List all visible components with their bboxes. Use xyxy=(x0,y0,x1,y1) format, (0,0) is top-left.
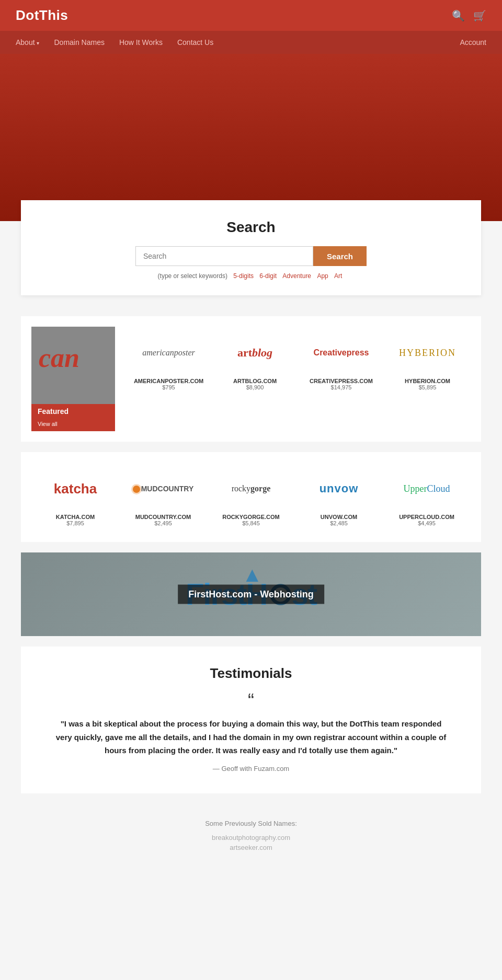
second-row-section: katcha KATCHA.COM $7,895 MUDCOUNTRY MUDC… xyxy=(21,452,481,542)
domain-name-rockygorge: ROCKYGORGE.COM xyxy=(222,514,279,520)
domain-name-hyberion: HYBERION.COM xyxy=(405,378,450,384)
domain-name-creativepress: CREATIVEPRESS.COM xyxy=(310,378,373,384)
domain-price-katcha: $7,895 xyxy=(66,520,84,526)
domain-logo-rockygorge: rockygorge xyxy=(232,468,271,510)
ad-banner[interactable]: ▲ FirstH⊙st FirstHost.com - Webhosting xyxy=(21,552,481,636)
sold-domain-breakout[interactable]: breakoutphotography.com xyxy=(21,834,481,841)
search-section: Search Search (type or select keywords) … xyxy=(21,200,481,295)
domain-price-mudcountry: $2,495 xyxy=(154,520,172,526)
featured-section: can Featured View all americanposter AME… xyxy=(21,316,481,442)
domain-name-unvow: UNVOW.COM xyxy=(321,514,357,520)
ad-overlay-text: FirstHost.com - Webhosting xyxy=(178,585,324,604)
site-title: DotThis xyxy=(16,7,68,24)
testimonials-section: Testimonials “ "I was a bit skeptical ab… xyxy=(21,647,481,793)
domain-card-katcha[interactable]: katcha KATCHA.COM $7,895 xyxy=(31,463,119,532)
featured-view-all[interactable]: View all xyxy=(31,419,115,431)
nav-about[interactable]: About ▾ xyxy=(16,38,39,47)
nav-how-it-works[interactable]: How It Works xyxy=(119,38,163,47)
sold-domain-artseeker[interactable]: artseeker.com xyxy=(21,844,481,851)
search-input[interactable] xyxy=(135,246,313,266)
domain-price-rockygorge: $5,845 xyxy=(242,520,260,526)
domain-logo-mudcountry: MUDCOUNTRY xyxy=(133,468,194,510)
domain-logo-unvow: unvow xyxy=(320,468,359,510)
testimonial-author: — Geoff with Fuzam.com xyxy=(52,765,450,773)
testimonial-text: "I was a bit skeptical about the process… xyxy=(52,717,450,757)
header-icons: 🔍 🛒 xyxy=(452,9,486,22)
featured-grid: can Featured View all americanposter AME… xyxy=(31,327,471,431)
featured-hero-tile[interactable]: can Featured View all xyxy=(31,327,115,431)
domain-logo-creativepress: Creativepress xyxy=(314,332,369,374)
keyword-art[interactable]: Art xyxy=(334,272,342,280)
quote-mark: “ xyxy=(52,690,450,712)
domain-card-unvow[interactable]: unvow UNVOW.COM $2,485 xyxy=(295,463,383,532)
second-row-grid: katcha KATCHA.COM $7,895 MUDCOUNTRY MUDC… xyxy=(31,463,471,532)
keyword-adventure[interactable]: Adventure xyxy=(282,272,311,280)
domain-price-americanposter: $795 xyxy=(162,384,175,390)
domain-logo-americanposter: americanposter xyxy=(142,332,195,374)
top-header: DotThis 🔍 🛒 xyxy=(0,0,502,31)
search-button[interactable]: Search xyxy=(313,246,367,266)
domain-name-mudcountry: MUDCOUNTRY.COM xyxy=(135,514,191,520)
testimonials-title: Testimonials xyxy=(52,665,450,682)
nav-bar: About ▾ Domain Names How It Works Contac… xyxy=(0,31,502,54)
domain-price-uppercloud: $4,495 xyxy=(418,520,436,526)
domain-logo-hyberion: HYBERION xyxy=(399,332,456,374)
domain-price-artblog: $8,900 xyxy=(246,384,264,390)
domain-logo-artblog: artblog xyxy=(237,332,272,374)
search-title: Search xyxy=(42,219,460,236)
nav-links: About ▾ Domain Names How It Works Contac… xyxy=(16,38,213,47)
featured-badge: Featured xyxy=(31,404,115,419)
search-icon[interactable]: 🔍 xyxy=(452,9,465,22)
domain-card-hyberion[interactable]: HYBERION HYBERION.COM $5,895 xyxy=(384,327,471,396)
nav-domain-names[interactable]: Domain Names xyxy=(54,38,104,47)
domain-logo-uppercloud: UpperCloud xyxy=(404,468,450,510)
search-row: Search xyxy=(42,246,460,266)
domain-card-creativepress[interactable]: Creativepress CREATIVEPRESS.COM $14,975 xyxy=(298,327,384,396)
keyword-5digits[interactable]: 5-digits xyxy=(233,272,254,280)
domain-card-uppercloud[interactable]: UpperCloud UPPERCLOUD.COM $4,495 xyxy=(383,463,471,532)
domain-card-americanposter[interactable]: americanposter AMERICANPOSTER.COM $795 xyxy=(126,327,212,396)
domain-price-creativepress: $14,975 xyxy=(331,384,352,390)
domain-name-artblog: ARTBLOG.COM xyxy=(233,378,277,384)
domain-name-americanposter: AMERICANPOSTER.COM xyxy=(134,378,203,384)
domain-card-rockygorge[interactable]: rockygorge ROCKYGORGE.COM $5,845 xyxy=(207,463,295,532)
domain-card-mudcountry[interactable]: MUDCOUNTRY MUDCOUNTRY.COM $2,495 xyxy=(119,463,207,532)
domain-name-katcha: KATCHA.COM xyxy=(56,514,95,520)
search-keywords: (type or select keywords) 5-digits 6-dig… xyxy=(42,272,460,280)
cart-icon[interactable]: 🛒 xyxy=(473,9,486,22)
domain-card-artblog[interactable]: artblog ARTBLOG.COM $8,900 xyxy=(212,327,298,396)
keyword-6digit[interactable]: 6-digit xyxy=(259,272,277,280)
featured-hero-text: can xyxy=(39,342,79,373)
previously-sold-title: Some Previously Sold Names: xyxy=(21,820,481,827)
keywords-prefix: (type or select keywords) xyxy=(158,272,227,280)
domain-price-hyberion: $5,895 xyxy=(419,384,437,390)
previously-sold-section: Some Previously Sold Names: breakoutphot… xyxy=(0,804,502,869)
nav-contact-us[interactable]: Contact Us xyxy=(177,38,213,47)
nav-account[interactable]: Account xyxy=(460,38,486,47)
keyword-app[interactable]: App xyxy=(317,272,328,280)
domain-price-unvow: $2,485 xyxy=(330,520,348,526)
domain-logo-katcha: katcha xyxy=(54,468,97,510)
hero-image xyxy=(0,54,502,221)
domain-name-uppercloud: UPPERCLOUD.COM xyxy=(399,514,454,520)
